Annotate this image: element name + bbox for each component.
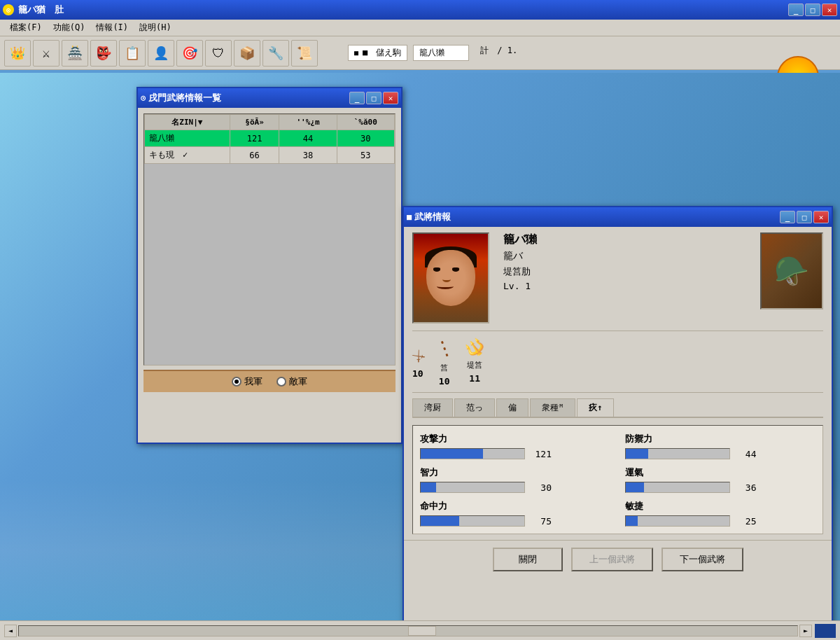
scroll-right-button[interactable]: ►: [799, 625, 812, 637]
toolbar-btn-5[interactable]: 👤: [148, 40, 174, 67]
label-box-2: 籠八獺: [413, 45, 469, 61]
detail-minimize[interactable]: _: [780, 211, 795, 223]
scroll-left-button[interactable]: ◄: [4, 625, 17, 637]
list-window: ⊙ 戌門武將情報一覧 _ □ ✕ 名ZIN|▼ §öĀ» ''%¿m `%ǎ00: [136, 87, 402, 444]
stat-luck-value: 36: [736, 482, 757, 493]
stat-defense-bar-row: 44: [625, 448, 816, 459]
scrollbar-thumb[interactable]: [408, 626, 436, 636]
spear-icon: ⋮: [431, 334, 458, 363]
tab-2[interactable]: 偏: [496, 398, 528, 417]
list-close[interactable]: ✕: [383, 92, 398, 104]
app-icon: ⊙: [3, 4, 14, 15]
radio-enemy-army-label: 敵軍: [289, 375, 307, 388]
toolbar-btn-7[interactable]: 🛡: [205, 40, 232, 67]
armor-box: 🪖: [760, 232, 823, 309]
toolbar-btn-0[interactable]: 👑: [4, 40, 31, 67]
list-minimize[interactable]: _: [349, 92, 365, 104]
stat-luck-bar-row: 36: [625, 482, 816, 493]
radio-enemy-army-circle: [276, 377, 286, 387]
row2-name: キも現 ✓: [145, 147, 230, 164]
skill-spear-label: 筥: [440, 363, 448, 373]
toolbar-btn-9[interactable]: 🔧: [262, 40, 289, 67]
list-footer: 我軍 敵軍: [144, 370, 396, 392]
stat-intel-fill: [421, 482, 436, 492]
stat-defense: 防禦力 44: [625, 433, 816, 459]
row1-col3: 44: [279, 130, 337, 147]
stat-agility: 敏捷 25: [625, 500, 816, 527]
skills-row: ⚔ 10 ⋮ 筥 10 🔱 堤筥 11: [412, 331, 823, 393]
table-row[interactable]: キも現 ✓ 66 38 53: [145, 147, 395, 164]
armor-inner: 🪖: [762, 234, 822, 308]
stat-defense-fill: [626, 449, 649, 459]
tab-0[interactable]: 湾厨: [412, 398, 453, 417]
main-area: ⊙ 戌門武將情報一覧 _ □ ✕ 名ZIN|▼ §öĀ» ''%¿m `%ǎ00: [0, 73, 840, 620]
status-icon: [815, 624, 836, 638]
stat-intel-bar-row: 30: [420, 482, 611, 493]
toolbar-btn-10[interactable]: 📜: [291, 40, 318, 67]
toolbar-btn-1[interactable]: ⚔: [33, 40, 59, 67]
stat-attack-label: 攻撃力: [420, 433, 611, 445]
table-row[interactable]: 籠八獺 121 44 30: [145, 130, 395, 147]
maximize-button[interactable]: □: [805, 4, 820, 16]
portrait-inner: [414, 234, 488, 322]
detail-close[interactable]: ✕: [813, 211, 829, 223]
toolbar-btn-2[interactable]: 🏯: [62, 40, 88, 67]
row1-col4: 30: [337, 130, 394, 147]
toolbar-btn-3[interactable]: 👺: [90, 40, 117, 67]
stat-intel-bar: [420, 482, 525, 493]
menu-file[interactable]: 檔案(F): [4, 20, 48, 35]
stat-defense-bar: [625, 448, 730, 459]
stat-attack-bar: [420, 448, 525, 459]
toolbar-btn-8[interactable]: 📦: [234, 40, 260, 67]
close-button[interactable]: ✕: [822, 4, 837, 16]
main-title-bar: ⊙ 籠バ猶 肚 _ □ ✕: [0, 0, 840, 20]
face-eye-right: [452, 267, 459, 272]
stat-accuracy-bar-row: 75: [420, 515, 611, 527]
prev-button[interactable]: 上一個武將: [571, 548, 653, 571]
tab-1[interactable]: 范っ: [454, 398, 495, 417]
stat-luck-label: 運氣: [625, 466, 816, 479]
stat-agility-bar-row: 25: [625, 515, 816, 527]
list-table: 名ZIN|▼ §öĀ» ''%¿m `%ǎ00 籠八獺 121 44 30: [144, 114, 395, 164]
info-text-block: 籠バ獺 籠バ 堤筥肋 Lv. 1: [503, 232, 537, 324]
next-button[interactable]: 下一個武將: [662, 548, 743, 571]
stat-defense-value: 44: [736, 449, 757, 459]
toolbar-counter: 計 / 1.: [480, 45, 517, 61]
skill-weapon-value: 11: [469, 373, 480, 384]
stat-intel-label: 智力: [420, 466, 611, 479]
menu-help[interactable]: 說明(H): [134, 20, 177, 35]
toolbar-label2: 籠八獺: [419, 47, 444, 59]
stat-accuracy-value: 75: [531, 516, 552, 527]
tab-3[interactable]: 衆種ᴹ: [530, 398, 575, 417]
menu-info[interactable]: 情報(I): [90, 20, 134, 35]
toolbar-btn-4[interactable]: 📋: [119, 40, 146, 67]
row1-col2: 121: [230, 130, 279, 147]
title-bar-controls: _ □ ✕: [788, 4, 837, 16]
list-maximize[interactable]: □: [366, 92, 382, 104]
toolbar-btn-6[interactable]: 🎯: [176, 40, 203, 67]
col-name[interactable]: 名ZIN|▼: [145, 115, 230, 130]
radio-our-army-circle: [232, 377, 241, 387]
stat-luck-fill: [626, 482, 645, 492]
app-title: 籠バ猶 肚: [18, 4, 64, 16]
list-title-bar: ⊙ 戌門武將情報一覧 _ □ ✕: [138, 88, 401, 108]
stat-agility-fill: [626, 516, 638, 526]
row2-col4: 53: [337, 147, 394, 164]
stat-attack-fill: [421, 449, 483, 459]
col-4[interactable]: `%ǎ00: [337, 115, 394, 130]
scrollbar[interactable]: [18, 625, 798, 636]
stat-accuracy: 命中力 75: [420, 500, 611, 527]
sword-icon: ⚔: [407, 343, 428, 366]
radio-enemy-army[interactable]: 敵軍: [276, 375, 307, 388]
col-3[interactable]: ''%¿m: [279, 115, 337, 130]
detail-maximize[interactable]: □: [797, 211, 812, 223]
toolbar-label1: ■ 儲え駒: [363, 47, 401, 59]
col-2[interactable]: §öĀ»: [230, 115, 279, 130]
armor-figure: 🪖: [774, 255, 809, 288]
menu-function[interactable]: 功能(Q): [48, 20, 91, 35]
tab-4[interactable]: 疢↑: [577, 398, 614, 417]
minimize-button[interactable]: _: [788, 4, 804, 16]
close-button[interactable]: 關閉: [493, 548, 563, 571]
list-title-controls: _ □ ✕: [349, 92, 398, 104]
radio-our-army[interactable]: 我軍: [232, 375, 262, 388]
